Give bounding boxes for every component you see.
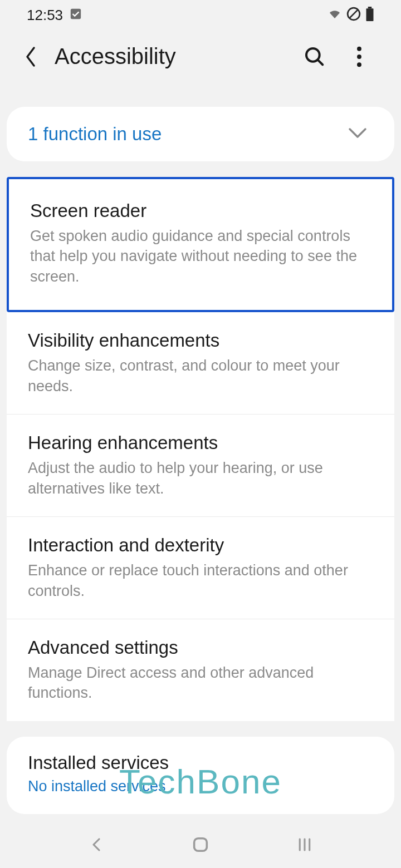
status-left: 12:53 [27, 7, 82, 24]
home-icon [191, 835, 210, 854]
svg-line-2 [349, 9, 358, 18]
svg-point-8 [357, 55, 361, 59]
setting-title: Advanced settings [28, 637, 373, 658]
setting-title: Hearing enhancements [28, 432, 373, 453]
setting-item-hearing[interactable]: Hearing enhancements Adjust the audio to… [7, 415, 394, 517]
status-bar: 12:53 [0, 0, 401, 30]
search-button[interactable] [301, 43, 329, 71]
content: 1 function in use Screen reader Get spok… [0, 83, 401, 814]
search-icon [304, 46, 325, 67]
nav-recents-button[interactable] [288, 828, 321, 861]
setting-item-interaction[interactable]: Interaction and dexterity Enhance or rep… [7, 517, 394, 619]
more-vertical-icon [356, 46, 362, 67]
setting-title: Visibility enhancements [28, 330, 373, 351]
setting-item-advanced[interactable]: Advanced settings Manage Direct access a… [7, 619, 394, 721]
no-signal-icon [346, 7, 361, 23]
svg-point-9 [357, 62, 361, 67]
installed-services-card[interactable]: Installed services No installed services [7, 737, 394, 814]
status-right [327, 7, 374, 23]
nav-home-button[interactable] [184, 828, 217, 861]
setting-description: Get spoken audio guidance and special co… [30, 226, 371, 287]
chevron-left-icon [88, 836, 105, 853]
function-in-use-card[interactable]: 1 function in use [7, 107, 394, 161]
settings-list-card: Screen reader Get spoken audio guidance … [7, 177, 394, 721]
battery-icon [365, 7, 374, 23]
checkbox-notification-icon [70, 7, 82, 24]
installed-services-title: Installed services [28, 752, 373, 773]
setting-description: Adjust the audio to help your hearing, o… [28, 458, 373, 499]
function-in-use-label: 1 function in use [28, 124, 162, 145]
svg-rect-3 [368, 7, 372, 8]
setting-description: Enhance or replace touch interactions an… [28, 560, 373, 601]
nav-back-button[interactable] [80, 828, 113, 861]
setting-title: Interaction and dexterity [28, 535, 373, 556]
svg-rect-10 [194, 838, 207, 851]
recents-icon [296, 836, 313, 853]
chevron-down-icon [348, 127, 368, 141]
back-button[interactable] [23, 46, 38, 68]
svg-point-7 [357, 46, 361, 51]
status-time: 12:53 [27, 7, 63, 24]
svg-line-6 [318, 60, 322, 65]
wifi-icon [327, 8, 342, 22]
nav-bar [0, 821, 401, 868]
page-title: Accessibility [55, 44, 284, 69]
installed-services-subtitle: No installed services [28, 778, 373, 795]
app-bar: Accessibility [0, 30, 401, 83]
setting-item-visibility[interactable]: Visibility enhancements Change size, con… [7, 312, 394, 415]
svg-rect-0 [71, 8, 81, 18]
svg-rect-4 [366, 8, 374, 21]
setting-description: Change size, contrast, and colour to mee… [28, 356, 373, 396]
setting-description: Manage Direct access and other advanced … [28, 663, 373, 703]
setting-item-screen-reader[interactable]: Screen reader Get spoken audio guidance … [7, 177, 394, 312]
chevron-left-icon [23, 46, 38, 68]
setting-title: Screen reader [30, 200, 371, 221]
more-options-button[interactable] [345, 43, 373, 71]
